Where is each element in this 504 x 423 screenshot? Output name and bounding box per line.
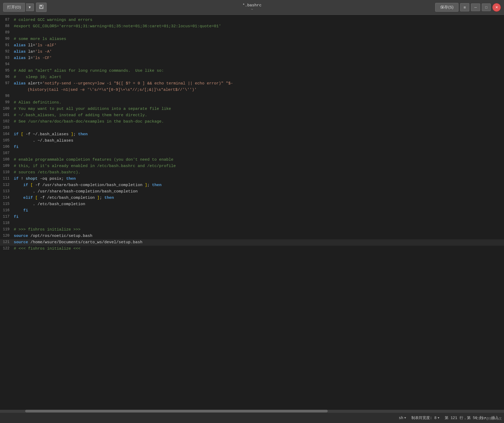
table-row: 89 [0,30,504,36]
minimize-button[interactable]: ─ [471,3,480,11]
titlebar-right: 保存(S) ≡ ─ □ ✕ [435,3,501,12]
table-row: 95 # Add an "alert" alias for long runni… [0,68,504,74]
table-row: 119 # >>> fishros initialize >>> [0,227,504,233]
table-row: 87 # colored GCC warnings and errors [0,17,504,23]
menu-button[interactable]: ≡ [460,3,469,11]
maximize-button[interactable]: □ [482,3,491,11]
watermark: CSDN @筑梦心文 [476,416,502,421]
open-button[interactable]: 打开(O) [3,3,25,12]
horizontal-scrollbar[interactable] [0,410,504,412]
table-row: 108 # enable programmable completion fea… [0,157,504,163]
tab-width-arrow-icon: ▼ [438,416,439,420]
table-row: 93 alias l='ls -CF' [0,55,504,61]
statusbar: sh ▼ 制表符宽度: 8 ▼ 第 121 行，第 56 列 ▼ 插入 [0,412,504,423]
table-row: 122 # <<< fishros initialize <<< [0,246,504,252]
table-row: 91 alias ll='ls -alF' [0,42,504,49]
tab-width-status[interactable]: 制表符宽度: 8 ▼ [411,416,439,420]
table-row: 90 # some more ls aliases [0,36,504,42]
tab-width-label: 制表符宽度: 8 [411,416,436,420]
table-row: 110 # sources /etc/bash.bashrc). [0,169,504,176]
table-row: 103 [0,125,504,131]
table-row: 94 [0,61,504,68]
table-row: 92 alias la='ls -A' [0,49,504,55]
table-row: (history|tail -n1|sed -e '\'s/^\s*[0-9]\… [0,87,504,93]
titlebar-left: 打开(O) ▼ [3,3,47,12]
window-title: *.bashrc [242,3,262,8]
table-row: 109 # this, if it's already enabled in /… [0,163,504,169]
shell-arrow-icon: ▼ [404,416,406,420]
table-row: 99 # Alias definitions. [0,100,504,106]
scrollbar-thumb[interactable] [25,410,327,412]
open-dropdown-button[interactable]: ▼ [26,3,34,11]
table-row: 107 [0,150,504,157]
shell-status[interactable]: sh ▼ [399,416,406,420]
table-row: 100 # You may want to put all your addit… [0,106,504,112]
table-row: 102 # See /usr/share/doc/bash-doc/exampl… [0,119,504,125]
code-area[interactable]: 87 # colored GCC warnings and errors 88 … [0,15,504,410]
table-row: 101 # ~/.bash_aliases, instead of adding… [0,112,504,119]
table-row: 106 fi [0,144,504,150]
table-row: 111 if ! shopt -oq posix; then [0,176,504,182]
table-row: 114 elif [ -f /etc/bash_completion ]; th… [0,195,504,201]
table-row: 96 # sleep 10; alert [0,74,504,80]
table-row: 88 #export GCC_COLORS='error=01;31:warni… [0,23,504,30]
table-row: 98 [0,93,504,100]
table-row: 97 alias alert='notify-send --urgency=lo… [0,80,504,87]
table-row: 118 [0,220,504,227]
svg-rect-2 [40,7,43,8]
table-row: 117 fi [0,214,504,220]
save-button[interactable]: 保存(S) [435,3,458,12]
table-row: 120 source /opt/ros/noetic/setup.bash [0,233,504,239]
close-button[interactable]: ✕ [492,3,501,12]
editor[interactable]: 87 # colored GCC warnings and errors 88 … [0,15,504,412]
shell-label: sh [399,416,403,420]
titlebar: 打开(O) ▼ *.bashrc ~ 保存(S) ≡ ─ □ ✕ [0,0,504,15]
table-row-current: 121 source /home/wsure/Documents/carto_w… [0,239,504,246]
table-row: 116 fi [0,208,504,214]
table-row: 113 . /usr/share/bash-completion/bash_co… [0,188,504,195]
svg-rect-1 [40,5,42,6]
table-row: 105 . ~/.bash_aliases [0,138,504,144]
table-row: 112 if [ -f /usr/share/bash-completion/b… [0,182,504,188]
table-row: 115 . /etc/bash_completion [0,201,504,208]
titlebar-center: *.bashrc ~ [242,3,262,11]
window-subtitle: ~ [242,8,262,11]
quick-save-button[interactable] [36,3,47,12]
table-row: 104 if [ -f ~/.bash_aliases ]; then [0,131,504,138]
